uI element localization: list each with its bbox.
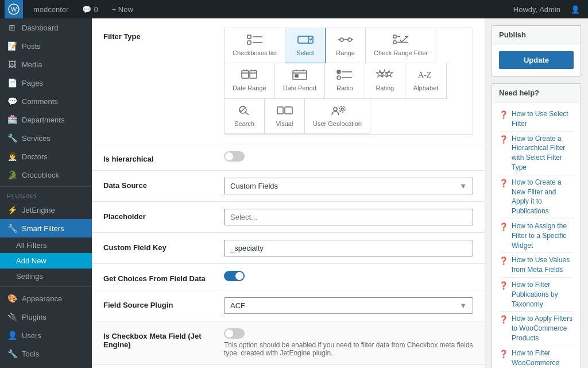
help-header: Need help? <box>492 84 581 102</box>
field-source-plugin-section: Field Source Plugin ACF ▼ <box>92 290 485 321</box>
sidebar-item-comments[interactable]: 💬 Comments <box>0 92 92 110</box>
help-link[interactable]: How to Create a Hierarchical Filter with… <box>512 134 574 172</box>
filter-type-select-label: Select <box>296 49 314 57</box>
get-choices-content <box>224 271 473 281</box>
field-source-plugin-chevron-icon: ▼ <box>459 301 467 310</box>
comments-icon[interactable]: 💬 0 <box>79 0 101 18</box>
help-link[interactable]: How to Apply Filters to WooCommerce Prod… <box>512 314 574 343</box>
sidebar-item-departments[interactable]: 🏥 Departments <box>0 110 92 129</box>
sidebar-item-pages[interactable]: 📄 Pages <box>0 74 92 92</box>
sidebar-item-jetengine[interactable]: ⚡ JetEngine <box>0 201 92 219</box>
sidebar-item-dashboard[interactable]: ⊞ Dashboard <box>0 18 92 37</box>
help-link[interactable]: How to Assign the Filter to a Specific W… <box>512 221 574 250</box>
field-source-plugin-select[interactable]: ACF ▼ <box>224 297 473 314</box>
sidebar-label-appearance: Appearance <box>22 294 62 303</box>
filter-type-range-label: Range <box>336 49 354 57</box>
is-hierarchical-section: Is hierarchical <box>92 144 485 171</box>
filter-type-search[interactable]: Search <box>225 99 265 134</box>
sidebar-item-tools[interactable]: 🔧 Tools <box>0 344 92 363</box>
help-link-item[interactable]: ❓How to Use Select Filter <box>499 107 574 132</box>
placeholder-input[interactable] <box>224 209 473 225</box>
filter-type-user-geolocation[interactable]: User Geolocation <box>305 99 370 134</box>
sidebar-item-appearance[interactable]: 🎨 Appearance <box>0 289 92 308</box>
filter-type-radio[interactable]: Radio <box>325 63 365 98</box>
sidebar-item-posts[interactable]: 📝 Posts <box>0 37 92 55</box>
filter-type-alphabet[interactable]: A-Z Alphabet <box>405 63 447 98</box>
field-source-plugin-value: ACF <box>230 301 245 310</box>
is-checkbox-meta-section: Is Checkbox Meta Field (Jet Engine) This… <box>92 321 485 365</box>
sidebar-label-posts: Posts <box>22 42 41 51</box>
filter-type-grid-container: Checkboxes list Select <box>224 28 473 135</box>
filter-type-visual[interactable]: Visual <box>265 99 305 134</box>
services-icon: 🔧 <box>7 133 17 143</box>
sidebar-submenu-settings[interactable]: Settings <box>0 269 92 284</box>
sidebar-label-comments: Comments <box>22 97 58 106</box>
user-avatar[interactable]: 👤 <box>567 0 583 18</box>
filter-type-checkboxes-list[interactable]: Checkboxes list <box>225 28 285 63</box>
svg-point-10 <box>348 38 351 41</box>
svg-point-42 <box>334 108 337 111</box>
custom-field-key-input[interactable] <box>224 240 473 256</box>
filter-type-search-label: Search <box>234 120 254 128</box>
help-box: Need help? ❓How to Use Select Filter❓How… <box>492 83 581 368</box>
filter-type-rating[interactable]: Rating <box>365 63 405 98</box>
field-source-plugin-label: Field Source Plugin <box>103 297 212 309</box>
help-link-item[interactable]: ❓How to Filter WooCommerce Products by A… <box>499 346 574 368</box>
placeholder-label: Placeholder <box>103 209 212 221</box>
data-source-select[interactable]: Custom Fields ▼ <box>224 178 473 194</box>
publish-box: Publish Update <box>492 25 581 76</box>
help-link[interactable]: How to Create a New Filter and Apply it … <box>512 178 574 216</box>
get-choices-toggle[interactable] <box>224 271 245 281</box>
sidebar-divider-1 <box>0 186 92 187</box>
wp-logo[interactable]: W <box>5 0 23 18</box>
help-link-item[interactable]: ❓How to Apply Filters to WooCommerce Pro… <box>499 312 574 346</box>
jetengine-icon: ⚡ <box>7 205 17 214</box>
sidebar-item-settings[interactable]: ⚙ Settings <box>0 363 92 368</box>
comments-nav-icon: 💬 <box>7 97 17 106</box>
filter-type-select[interactable]: Select <box>285 28 326 63</box>
help-question-icon: ❓ <box>499 315 508 325</box>
sidebar-item-doctors[interactable]: 👨‍⚕️ Doctors <box>0 147 92 166</box>
is-checkbox-meta-toggle[interactable] <box>224 328 245 339</box>
svg-point-32 <box>337 76 341 79</box>
help-link-item[interactable]: ❓How to Filter Publications by Taxonomy <box>499 278 574 312</box>
site-name[interactable]: medcenter <box>30 0 72 18</box>
sidebar-submenu-all-filters[interactable]: All Filters <box>0 237 92 253</box>
svg-line-39 <box>245 112 249 115</box>
help-question-icon: ❓ <box>499 110 508 120</box>
help-link-item[interactable]: ❓How to Create a Hierarchical Filter wit… <box>499 132 574 175</box>
right-sidebar: Publish Update Need help? ❓How to Use Se… <box>485 18 588 368</box>
sidebar-submenu-add-new[interactable]: Add New <box>0 253 92 269</box>
is-hierarchical-content <box>224 151 473 162</box>
sidebar-item-crocoblock[interactable]: 🐊 Crocoblock <box>0 166 92 184</box>
pages-icon: 📄 <box>7 78 17 87</box>
filter-type-section: Filter Type Checkboxes list <box>92 18 485 144</box>
help-link[interactable]: How to Use Values from Meta Fields <box>512 255 574 275</box>
filter-type-check-range[interactable]: Check Range Filter <box>366 28 436 63</box>
help-link[interactable]: How to Filter Publications by Taxonomy <box>512 280 574 309</box>
filter-type-date-range[interactable]: Date Range <box>225 63 275 98</box>
help-link-item[interactable]: ❓How to Use Values from Meta Fields <box>499 253 574 278</box>
sidebar-item-plugins[interactable]: 🔌 Plugins <box>0 308 92 326</box>
help-link[interactable]: How to Filter WooCommerce Products by At… <box>512 348 574 368</box>
sidebar-label-doctors: Doctors <box>22 152 48 161</box>
sidebar: ⊞ Dashboard 📝 Posts 🖼 Media 📄 Pages 💬 Co… <box>0 18 92 368</box>
smart-filters-icon: 🔧 <box>7 224 17 233</box>
help-link-item[interactable]: ❓How to Assign the Filter to a Specific … <box>499 219 574 253</box>
is-checkbox-meta-label: Is Checkbox Meta Field (Jet Engine) <box>103 328 212 349</box>
sidebar-label-departments: Departments <box>22 116 64 124</box>
svg-rect-13 <box>393 41 396 44</box>
svg-rect-20 <box>250 71 257 78</box>
is-hierarchical-toggle[interactable] <box>224 151 245 162</box>
sidebar-item-services[interactable]: 🔧 Services <box>0 129 92 147</box>
sidebar-item-media[interactable]: 🖼 Media <box>0 55 92 74</box>
sidebar-item-users[interactable]: 👤 Users <box>0 326 92 344</box>
update-button[interactable]: Update <box>499 51 574 69</box>
new-item[interactable]: + New <box>109 0 137 18</box>
filter-type-range[interactable]: Range <box>326 28 366 63</box>
svg-rect-16 <box>242 71 249 78</box>
help-link-item[interactable]: ❓How to Create a New Filter and Apply it… <box>499 175 574 219</box>
filter-type-date-period[interactable]: Date Period <box>275 63 325 98</box>
help-link[interactable]: How to Use Select Filter <box>512 109 574 129</box>
sidebar-item-smart-filters[interactable]: 🔧 Smart Filters <box>0 219 92 237</box>
